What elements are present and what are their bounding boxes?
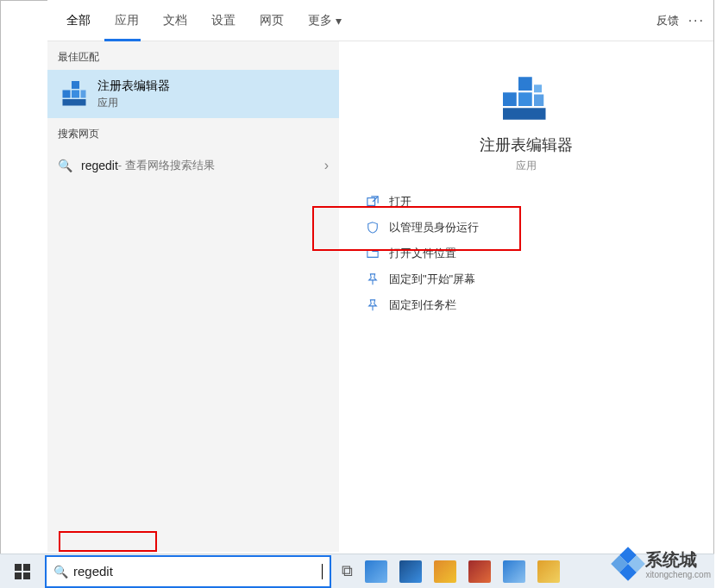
feedback-link[interactable]: 反馈 [656,0,679,41]
taskbar-app-icon[interactable] [434,560,456,583]
admin-icon [363,222,382,234]
svg-rect-4 [63,99,86,106]
action-open-location[interactable]: 打开文件位置 [363,241,713,266]
taskbar-search-box[interactable]: 🔍 [45,555,331,588]
tab-all[interactable]: 全部 [54,0,103,41]
action-pin-taskbar[interactable]: 固定到任务栏 [363,292,713,318]
web-term: regedit [81,159,118,172]
pin-icon [363,299,382,311]
tab-more-label: 更多 [308,13,332,28]
search-panel: 全部 应用 文档 设置 网页 更多 ▾ 反馈 ··· 最佳匹配 [47,0,713,552]
svg-rect-15 [23,572,30,579]
svg-rect-9 [534,95,543,107]
pin-icon [363,273,382,285]
tab-web[interactable]: 网页 [248,0,296,41]
svg-rect-8 [534,84,542,92]
chevron-right-icon: › [324,158,329,173]
task-view-icon[interactable]: ⧉ [342,562,353,580]
svg-rect-14 [15,572,22,579]
tabs-row: 全部 应用 文档 设置 网页 更多 ▾ 反馈 ··· [47,0,713,41]
chevron-down-icon: ▾ [336,14,342,28]
search-icon: 🔍 [53,565,68,579]
taskbar-app-icon[interactable] [537,560,560,583]
svg-rect-13 [23,564,30,571]
taskbar-app-icon[interactable] [399,560,422,583]
best-match-header: 最佳匹配 [47,41,339,70]
watermark: 系统城 xitongcheng.com [616,548,711,579]
web-search-item[interactable]: 🔍 regedit - 查看网络搜索结果 › [47,147,339,185]
folder-icon [363,247,382,260]
search-input[interactable] [73,564,320,579]
actions-list: 打开 以管理员身份运行 打开文件位置 固定到"开始"屏幕 [339,189,713,318]
results-column: 最佳匹配 注册表编辑器 应用 搜索网页 🔍 regedit - 查看网络搜索结果 [47,41,339,552]
svg-rect-12 [15,564,22,571]
text-cursor [322,564,323,579]
taskbar: 🔍 ⧉ [0,554,714,588]
watermark-logo-icon [612,547,646,581]
app-large-icon [492,67,561,129]
regedit-icon [58,78,91,110]
tab-apps[interactable]: 应用 [103,0,151,41]
more-options-button[interactable]: ··· [688,0,705,41]
watermark-text-en: xitongcheng.com [645,570,711,579]
open-icon [363,196,382,208]
detail-column: 注册表编辑器 应用 打开 以管理员身份运行 打开文件位置 [339,41,713,552]
start-button[interactable] [0,554,45,589]
search-icon: 🔍 [58,159,72,172]
taskbar-icons: ⧉ [342,560,560,583]
svg-rect-1 [72,91,79,98]
svg-rect-3 [81,91,86,98]
best-match-text: 注册表编辑器 应用 [97,78,170,110]
svg-rect-10 [503,108,546,120]
detail-title: 注册表编辑器 [339,134,713,155]
watermark-text-cn: 系统城 [645,550,697,569]
action-open-label: 打开 [389,194,411,210]
svg-rect-5 [503,92,517,106]
best-match-item[interactable]: 注册表编辑器 应用 [47,70,339,118]
action-open[interactable]: 打开 [363,189,713,215]
svg-rect-11 [367,198,375,206]
action-admin-label: 以管理员身份运行 [389,220,479,235]
tab-docs[interactable]: 文档 [151,0,199,41]
action-pin-taskbar-label: 固定到任务栏 [389,297,456,313]
tab-more[interactable]: 更多 ▾ [296,0,354,41]
action-pin-start-label: 固定到"开始"屏幕 [389,272,475,287]
taskbar-app-icon[interactable] [468,560,491,583]
detail-type: 应用 [339,159,713,173]
action-run-admin[interactable]: 以管理员身份运行 [363,215,713,241]
svg-rect-2 [72,81,79,89]
action-pin-start[interactable]: 固定到"开始"屏幕 [363,266,713,292]
svg-rect-6 [518,92,532,106]
web-desc: - 查看网络搜索结果 [118,158,215,173]
svg-rect-7 [518,77,532,91]
web-header: 搜索网页 [47,118,339,147]
tab-settings[interactable]: 设置 [199,0,248,41]
action-location-label: 打开文件位置 [389,246,456,261]
best-match-title: 注册表编辑器 [97,78,170,94]
taskbar-app-icon[interactable] [365,560,387,583]
svg-rect-0 [63,91,71,98]
taskbar-app-icon[interactable] [503,560,525,583]
best-match-subtitle: 应用 [97,96,170,110]
